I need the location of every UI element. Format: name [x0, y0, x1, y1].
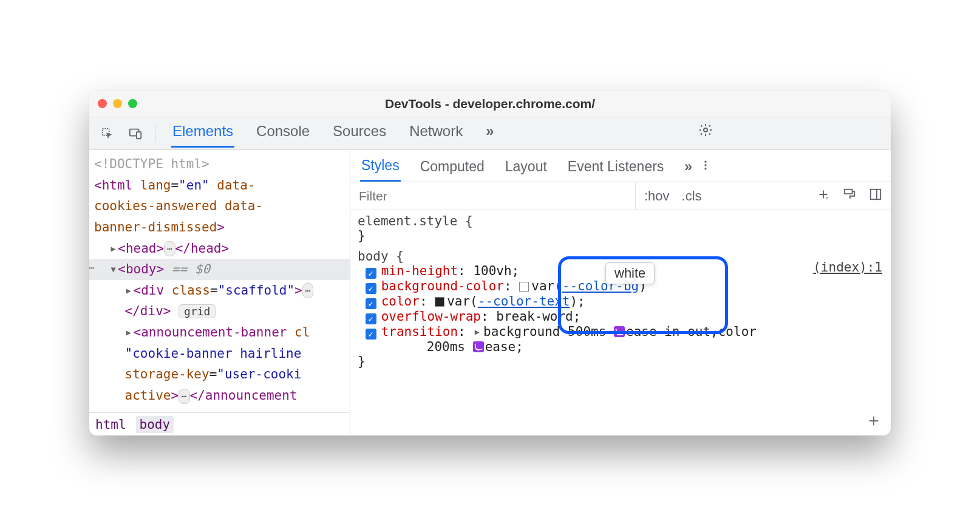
dom-doctype[interactable]: <!DOCTYPE html>: [94, 154, 350, 175]
crumb-body[interactable]: body: [136, 416, 174, 433]
ellipsis-icon[interactable]: ⋯: [179, 389, 189, 404]
toolbar-divider: [155, 125, 155, 142]
filter-tools: :hov .cls: [636, 188, 891, 205]
selector-element-style[interactable]: element.style {: [358, 214, 883, 228]
add-declaration-icon[interactable]: ＋: [865, 409, 882, 432]
grid-badge[interactable]: grid: [179, 304, 216, 318]
prop-checkbox[interactable]: ✓: [366, 298, 376, 309]
sidebar-tabs: Styles Computed Layout Event Listeners »: [350, 150, 891, 182]
prop-checkbox[interactable]: ✓: [366, 268, 376, 279]
titlebar: DevTools - developer.chrome.com/: [89, 91, 891, 117]
dom-ann-2: "cookie-banner hairline: [94, 343, 350, 364]
bezier-icon[interactable]: [473, 341, 484, 352]
tab-console[interactable]: Console: [255, 119, 311, 148]
prop-color[interactable]: ✓color: var(--color-text);: [358, 294, 883, 309]
dom-head[interactable]: ▸<head>⋯</head>: [94, 238, 350, 259]
dom-scaffold[interactable]: ▸<div class="scaffold">⋯: [94, 280, 350, 301]
color-swatch-icon[interactable]: [519, 282, 529, 292]
paint-icon[interactable]: [842, 188, 857, 205]
prop-overflow-wrap[interactable]: ✓overflow-wrap: break-word;: [358, 309, 883, 324]
svg-point-3: [704, 128, 707, 132]
rule-close: }: [358, 228, 883, 243]
dom-tree[interactable]: <!DOCTYPE html> <html lang="en" data- co…: [89, 150, 350, 412]
rule-element-style[interactable]: element.style { }: [358, 214, 883, 243]
new-style-rule-icon[interactable]: [817, 188, 830, 205]
ellipsis-icon[interactable]: ⋯: [164, 241, 175, 256]
crumb-html[interactable]: html: [95, 417, 126, 432]
styles-panel: Styles Computed Layout Event Listeners »…: [350, 150, 891, 435]
subtab-layout[interactable]: Layout: [504, 155, 548, 181]
rules-area[interactable]: element.style { } (index):1 body { ✓min-…: [350, 210, 891, 435]
subtab-styles[interactable]: Styles: [360, 154, 401, 182]
css-var-link[interactable]: --color-text: [478, 294, 570, 309]
main-tabs: Elements Console Sources Network »: [171, 119, 525, 148]
main-toolbar: Elements Console Sources Network » 3: [89, 117, 891, 150]
toggle-hover-button[interactable]: :hov: [644, 188, 670, 204]
computed-pane-icon[interactable]: [869, 188, 882, 205]
color-swatch-icon[interactable]: [435, 297, 444, 307]
devtools-window: DevTools - developer.chrome.com/ Element…: [89, 91, 891, 435]
filter-bar: :hov .cls: [350, 182, 891, 210]
dom-ann-3: storage-key="user-cooki: [94, 364, 350, 385]
styles-filter-input[interactable]: [350, 182, 636, 210]
dom-html-open-3: banner-dismissed>: [94, 217, 350, 238]
svg-rect-8: [871, 189, 881, 199]
subtab-event-listeners[interactable]: Event Listeners: [567, 155, 665, 181]
prop-transition[interactable]: ✓transition: background 500ms ease-in-ou…: [358, 324, 883, 340]
dom-scaffold-close: </div> grid: [94, 301, 350, 322]
window-title: DevTools - developer.chrome.com/: [89, 97, 891, 111]
elements-panel: <!DOCTYPE html> <html lang="en" data- co…: [89, 150, 350, 435]
dom-html-open-2: cookies-answered data-: [94, 196, 350, 217]
subtab-computed[interactable]: Computed: [419, 155, 486, 181]
dom-announcement[interactable]: ▸<announcement-banner cl: [94, 322, 350, 343]
inspect-element-icon[interactable]: [95, 121, 120, 146]
expand-icon[interactable]: [473, 324, 483, 339]
var-tooltip: white: [605, 262, 655, 284]
breadcrumb: html body: [89, 412, 350, 435]
dom-html-open[interactable]: <html lang="en" data-: [94, 175, 350, 196]
subtabs-overflow-icon[interactable]: »: [683, 155, 693, 181]
tab-sources[interactable]: Sources: [332, 119, 387, 148]
rule-close: }: [358, 354, 883, 369]
prop-checkbox[interactable]: ✓: [366, 313, 376, 324]
selector-body[interactable]: body {: [358, 249, 883, 264]
device-toolbar-icon[interactable]: [123, 121, 148, 146]
toggle-class-button[interactable]: .cls: [682, 188, 702, 204]
ellipsis-icon[interactable]: ⋯: [302, 283, 313, 298]
svg-rect-2: [137, 132, 141, 138]
prop-checkbox[interactable]: ✓: [366, 283, 376, 294]
tab-elements[interactable]: Elements: [171, 119, 234, 148]
dom-body-selected[interactable]: ⋯ ▾<body> == $0: [89, 259, 350, 280]
svg-rect-7: [845, 189, 852, 193]
settings-icon[interactable]: [693, 118, 718, 142]
dom-ann-4: active>⋯</announcement: [94, 385, 350, 406]
prop-checkbox[interactable]: ✓: [366, 329, 376, 340]
source-link[interactable]: (index):1: [813, 260, 882, 275]
content-area: <!DOCTYPE html> <html lang="en" data- co…: [89, 150, 891, 435]
bezier-icon[interactable]: [614, 326, 625, 337]
tab-network[interactable]: Network: [408, 119, 464, 148]
tabs-overflow-icon[interactable]: »: [485, 119, 495, 148]
prop-transition-line2: 200ms ease;: [358, 340, 883, 354]
